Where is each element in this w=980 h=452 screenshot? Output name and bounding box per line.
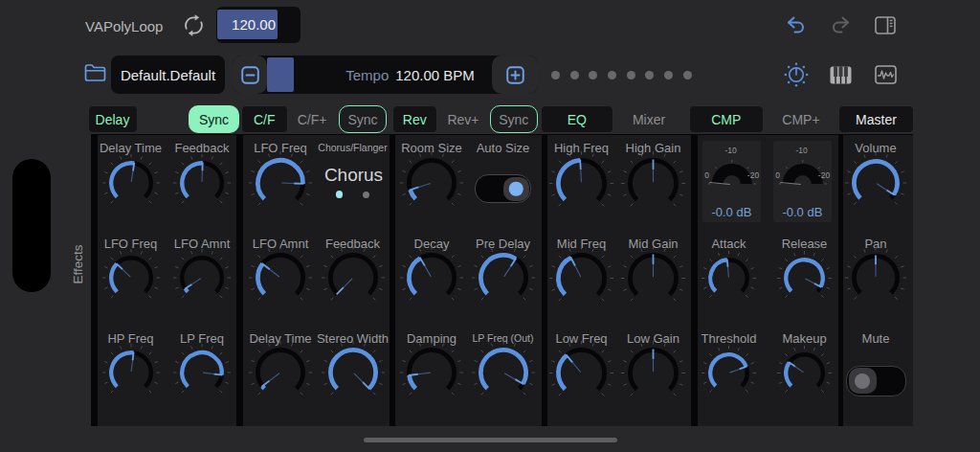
meter-value-label: -0.0 dB bbox=[782, 205, 822, 219]
knob-eq-low-freq[interactable] bbox=[546, 338, 616, 408]
knob-master-pan[interactable] bbox=[842, 244, 909, 311]
tempo-slider-handle[interactable] bbox=[267, 57, 294, 92]
tempo-value: 120.00 BPM bbox=[395, 67, 475, 83]
knob-compressor-attack[interactable] bbox=[699, 248, 759, 308]
tab-label: Master bbox=[856, 112, 897, 127]
tab-delay-0[interactable]: Delay bbox=[88, 105, 138, 133]
tab-master-12[interactable]: Master bbox=[838, 105, 914, 133]
page-dot[interactable] bbox=[664, 71, 673, 79]
tab-cmp--11[interactable]: CMP+ bbox=[774, 105, 828, 133]
selector-value[interactable]: Chorus bbox=[324, 165, 383, 186]
tab-label: Rev bbox=[403, 112, 427, 127]
plus-icon bbox=[506, 66, 524, 84]
knob-eq-low-gain[interactable] bbox=[618, 338, 688, 408]
tempo-slider[interactable]: Tempo 120.00 BPM bbox=[233, 56, 538, 94]
horizontal-scrollbar[interactable] bbox=[364, 438, 617, 442]
knob-chorus-flanger-stereo-width[interactable] bbox=[319, 338, 388, 407]
tab-label: Sync bbox=[499, 112, 528, 127]
toggle-label: Mute bbox=[862, 330, 890, 345]
meter-value-label: -0.0 dB bbox=[711, 205, 751, 219]
toggle-thumb bbox=[503, 177, 529, 201]
tab-label: C/F+ bbox=[298, 112, 327, 127]
effects-rail-label: Effects bbox=[71, 244, 85, 283]
tab-label: Sync bbox=[347, 112, 377, 127]
tab-label: CMP+ bbox=[782, 112, 819, 127]
knob-reverb-decay[interactable] bbox=[397, 243, 466, 312]
loop-icon[interactable] bbox=[182, 13, 206, 37]
knob-master-volume[interactable] bbox=[842, 149, 909, 216]
tab-label: EQ bbox=[568, 112, 587, 127]
knob-delay-lp-freq[interactable] bbox=[170, 341, 234, 404]
knob-delay-hp-freq[interactable] bbox=[100, 341, 163, 404]
knob-delay-feedback[interactable] bbox=[170, 151, 234, 215]
selector-title: Chorus/Flanger bbox=[318, 142, 387, 153]
tempo-decrement-button[interactable] bbox=[233, 56, 267, 94]
tab-cmp-10[interactable]: CMP bbox=[689, 105, 764, 133]
page-dot[interactable] bbox=[589, 71, 597, 79]
toggle-label: Auto Size bbox=[477, 141, 530, 155]
effect-panel-master: VolumePanMute bbox=[843, 135, 913, 427]
knob-chorus-flanger-delay-time[interactable] bbox=[246, 338, 315, 407]
tab-eq-8[interactable]: EQ bbox=[541, 105, 613, 133]
tab-rev--6[interactable]: Rev+ bbox=[439, 105, 487, 133]
knob-chorus-flanger-lfo-freq[interactable] bbox=[246, 148, 315, 217]
tab-c-f-2[interactable]: C/F bbox=[241, 105, 289, 133]
knob-eq-mid-gain[interactable] bbox=[618, 243, 688, 313]
tab-sync-1[interactable]: Sync bbox=[189, 105, 239, 133]
effect-panel-reverb: Room SizeAuto SizeDecayPre DelayDampingL… bbox=[395, 135, 542, 427]
knob-compressor-release[interactable] bbox=[774, 248, 835, 308]
toggle-mute[interactable] bbox=[846, 366, 906, 396]
undo-icon[interactable] bbox=[786, 15, 806, 35]
waveform-icon[interactable] bbox=[875, 65, 897, 84]
knob-eq-high-freq[interactable] bbox=[546, 148, 616, 218]
toggle-knob-dot bbox=[509, 182, 523, 196]
knob-delay-lfo-amnt[interactable] bbox=[170, 246, 234, 309]
sidebar-right-icon[interactable] bbox=[875, 16, 896, 34]
selector-page-dot[interactable] bbox=[336, 191, 343, 197]
toggle-auto-size[interactable] bbox=[475, 174, 532, 203]
knob-reverb-damping[interactable] bbox=[397, 338, 466, 407]
effect-panel-eq: High FreqHigh GainMid FreqMid GainLow Fr… bbox=[547, 135, 691, 427]
redo-icon[interactable] bbox=[831, 15, 851, 35]
knob-compressor-makeup[interactable] bbox=[774, 343, 835, 403]
knob-delay-lfo-freq[interactable] bbox=[100, 246, 163, 309]
page-dot[interactable] bbox=[570, 71, 579, 79]
knob-reverb-lp-freq-out-[interactable] bbox=[469, 338, 538, 407]
gain-reduction-meter: 0-10-20-0.0 dB bbox=[773, 141, 832, 222]
tab-sync-4[interactable]: Sync bbox=[339, 105, 387, 133]
knob-chorus-flanger-lfo-amnt[interactable] bbox=[246, 243, 315, 312]
selector-page-dot[interactable] bbox=[363, 192, 369, 198]
knob-compressor-threshold[interactable] bbox=[699, 343, 759, 403]
meter-scale-label: 0 bbox=[704, 170, 709, 180]
knob-eq-mid-freq[interactable] bbox=[546, 243, 616, 313]
tab-label: CMP bbox=[711, 112, 741, 127]
toggle-knob-dot bbox=[855, 373, 870, 389]
tempo-label: Tempo bbox=[345, 67, 389, 83]
folder-icon[interactable] bbox=[84, 63, 106, 82]
tempo-field-selection: 120.00 bbox=[217, 10, 278, 39]
piano-icon[interactable] bbox=[830, 66, 852, 84]
page-dot[interactable] bbox=[645, 71, 654, 79]
page-dot[interactable] bbox=[627, 71, 635, 79]
knob-reverb-pre-delay[interactable] bbox=[469, 243, 538, 312]
drawer-handle[interactable] bbox=[12, 159, 51, 292]
gain-reduction-meter: 0-10-20-0.0 dB bbox=[702, 141, 761, 222]
tempo-increment-button[interactable] bbox=[492, 56, 538, 94]
tab-label: Rev+ bbox=[447, 112, 479, 127]
tab-c-f--3[interactable]: C/F+ bbox=[290, 105, 334, 133]
page-dot[interactable] bbox=[683, 71, 692, 79]
effect-panel-compressor: 0-10-20-0.0 dB0-10-20-0.0 dBAttackReleas… bbox=[698, 135, 838, 427]
effect-panel-chorus-flanger: LFO FreqChorus/FlangerChorusLFO AmntFeed… bbox=[243, 135, 390, 427]
knob-chorus-flanger-feedback[interactable] bbox=[319, 243, 388, 312]
tab-mixer-9[interactable]: Mixer bbox=[624, 105, 674, 133]
knob-eq-high-gain[interactable] bbox=[618, 148, 688, 218]
preset-button[interactable]: Default.Default bbox=[111, 56, 225, 94]
knob-reverb-room-size[interactable] bbox=[397, 148, 466, 217]
page-dot[interactable] bbox=[551, 71, 560, 79]
knob-delay-delay-time[interactable] bbox=[100, 151, 163, 215]
tab-rev-5[interactable]: Rev bbox=[392, 105, 437, 133]
tab-sync-7[interactable]: Sync bbox=[490, 105, 538, 133]
tempo-number-field[interactable]: 120.00 bbox=[216, 7, 301, 43]
page-dot[interactable] bbox=[608, 71, 616, 79]
dial-icon[interactable] bbox=[784, 62, 809, 87]
